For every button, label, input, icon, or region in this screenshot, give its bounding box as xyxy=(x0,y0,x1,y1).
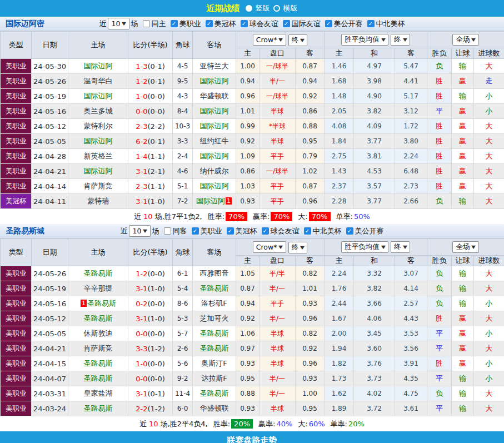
home-team[interactable]: 国际迈阿 xyxy=(84,167,113,175)
odds-company-select[interactable]: Crow*▼ xyxy=(253,34,286,46)
home-team[interactable]: 圣路易斯 xyxy=(84,359,113,367)
avg-time-select[interactable]: 终▼ xyxy=(391,34,410,46)
home-team[interactable]: 国际迈阿 xyxy=(84,137,113,145)
avg-away-cell: 4.35 xyxy=(395,371,427,386)
league-checkbox-3[interactable]: ✓ xyxy=(304,227,311,235)
same-venue-checkbox[interactable] xyxy=(143,20,150,27)
home-team[interactable]: 温哥华白 xyxy=(84,77,113,85)
away-team[interactable]: 华盛顿联 xyxy=(200,92,229,100)
avg-time-select[interactable]: 终▼ xyxy=(391,241,410,253)
away-team[interactable]: 华盛顿联 xyxy=(200,404,229,412)
home-team[interactable]: 皇家盐湖 xyxy=(84,389,113,397)
home-odds-cell: 0.97 xyxy=(236,341,260,356)
away-team[interactable]: 奥斯汀F xyxy=(201,359,227,367)
league-checkbox-0[interactable]: ✓ xyxy=(171,20,178,27)
home-team[interactable]: 圣路易斯 xyxy=(84,374,113,382)
avg-draw-cell: 3.77 xyxy=(354,194,395,209)
home-team[interactable]: 国际迈阿 xyxy=(84,92,113,100)
away-team[interactable]: 国际迈阿 xyxy=(200,152,229,160)
home-team[interactable]: 辛辛那提 xyxy=(84,284,113,292)
league-label-2[interactable]: 球会友谊 xyxy=(249,19,278,29)
home-team[interactable]: 肯萨斯竞 xyxy=(84,344,113,352)
odds-time-select[interactable]: 终▼ xyxy=(288,34,308,46)
league-label-4[interactable]: 美公开赛 xyxy=(355,226,384,236)
team-name[interactable]: 国际迈阿密 xyxy=(6,17,44,31)
away-team[interactable]: 国际迈阿 xyxy=(200,107,229,115)
home-team[interactable]: 圣路易斯 xyxy=(84,404,113,412)
league-label-0[interactable]: 美职业 xyxy=(201,226,222,236)
home-team[interactable]: 蒙特利尔 xyxy=(84,122,113,130)
same-venue-checkbox[interactable] xyxy=(164,227,171,235)
next-section-title: 联赛盘路走势 xyxy=(227,431,277,443)
away-team[interactable]: 西雅图音 xyxy=(200,269,229,277)
chevron-down-icon: ▼ xyxy=(403,37,407,42)
home-team[interactable]: 国际迈阿 xyxy=(84,62,113,70)
home-team[interactable]: 奥兰多城 xyxy=(84,107,113,115)
league-label-2[interactable]: 球会友谊 xyxy=(271,226,300,236)
team-name[interactable]: 圣路易斯城 xyxy=(6,224,44,238)
league-checkbox-4[interactable]: ✓ xyxy=(346,227,353,235)
score-cell: 0-0(0-0) xyxy=(128,104,173,119)
home-team[interactable]: 圣路易斯 xyxy=(84,269,113,277)
home-team[interactable]: 圣路易斯 xyxy=(84,314,113,322)
scope-select[interactable]: 全场▼ xyxy=(452,241,478,253)
away-odds-cell: 0.93 xyxy=(296,296,325,311)
avg-away-cell: 6.48 xyxy=(395,164,427,179)
avg-type-select[interactable]: 胜平负均值▼ xyxy=(341,34,388,46)
away-team[interactable]: 圣路易斯 xyxy=(200,344,229,352)
league-checkbox-0[interactable]: ✓ xyxy=(192,227,199,235)
layout-radio-vertical-label[interactable]: 竖版 xyxy=(256,3,270,13)
away-team[interactable]: 圣路易斯 xyxy=(200,284,229,292)
home-team[interactable]: 圣路易斯 xyxy=(87,299,116,307)
league-label-1[interactable]: 美冠杯 xyxy=(236,226,257,236)
league-checkbox-2[interactable]: ✓ xyxy=(262,227,269,235)
league-label-0[interactable]: 美职业 xyxy=(179,19,201,29)
league-label-1[interactable]: 美冠杯 xyxy=(214,19,236,29)
away-team[interactable]: 芝加哥火 xyxy=(200,314,229,322)
result-wdl-cell: 胜 xyxy=(427,89,452,104)
home-team[interactable]: 新英格兰 xyxy=(84,152,113,160)
away-team[interactable]: 国际迈阿 xyxy=(200,182,229,190)
away-odds-cell: 0.86 xyxy=(296,104,325,119)
away-team[interactable]: 达拉斯F xyxy=(201,374,227,382)
league-checkbox-2[interactable]: ✓ xyxy=(241,20,248,27)
layout-radio-horizontal[interactable] xyxy=(273,5,280,12)
layout-radio-horizontal-label[interactable]: 横版 xyxy=(283,3,298,13)
league-label-3[interactable]: 中北美杯 xyxy=(313,226,342,236)
match-count-select[interactable]: 10▼ xyxy=(108,18,129,29)
away-team[interactable]: 国际迈阿 xyxy=(200,122,229,130)
away-team[interactable]: 亚特兰大 xyxy=(200,62,229,70)
summary-item-value-0: 20% xyxy=(231,419,253,429)
avg-away-cell: 3.61 xyxy=(395,401,427,416)
away-team[interactable]: 洛杉矶F xyxy=(201,299,227,307)
away-team[interactable]: 纳什威尔 xyxy=(200,167,229,175)
same-venue-label[interactable]: 同主 xyxy=(152,19,166,29)
away-team[interactable]: 纽约红牛 xyxy=(200,137,229,145)
league-checkbox-1[interactable]: ✓ xyxy=(206,20,213,27)
avg-type-select[interactable]: 胜平负均值▼ xyxy=(341,241,388,253)
odds-group-header: Crow*▼ 终▼ xyxy=(236,239,325,256)
league-checkbox-4[interactable]: ✓ xyxy=(325,20,332,27)
match-count-select[interactable]: 10▼ xyxy=(129,225,150,237)
same-venue-label[interactable]: 同客 xyxy=(173,226,187,236)
away-team[interactable]: 圣路易斯 xyxy=(200,389,229,397)
away-team[interactable]: 国际迈阿 xyxy=(200,77,229,85)
league-label-3[interactable]: 国际友谊 xyxy=(292,19,321,29)
home-team[interactable]: 休斯敦迪 xyxy=(84,329,113,337)
layout-radio-vertical[interactable] xyxy=(246,5,252,12)
scope-select[interactable]: 全场▼ xyxy=(452,34,478,46)
league-checkbox-5[interactable]: ✓ xyxy=(367,20,375,27)
league-checkbox-3[interactable]: ✓ xyxy=(283,20,290,27)
home-team[interactable]: 肯萨斯竞 xyxy=(84,182,113,190)
away-team[interactable]: 圣路易斯 xyxy=(200,329,229,337)
avg-home-cell: 2.00 xyxy=(325,326,354,341)
home-team[interactable]: 蒙特瑞 xyxy=(87,197,109,205)
league-label-5[interactable]: 中北美杯 xyxy=(376,19,405,29)
league-checkbox-1[interactable]: ✓ xyxy=(227,227,234,235)
league-label-4[interactable]: 美公开赛 xyxy=(334,19,363,29)
chevron-down-icon: ▼ xyxy=(278,245,283,250)
away-team[interactable]: 国际迈阿 xyxy=(196,197,225,205)
odds-company-select[interactable]: Crow*▼ xyxy=(253,241,286,253)
odds-time-select[interactable]: 终▼ xyxy=(288,242,308,253)
date-cell: 24-04-15 xyxy=(32,356,68,371)
